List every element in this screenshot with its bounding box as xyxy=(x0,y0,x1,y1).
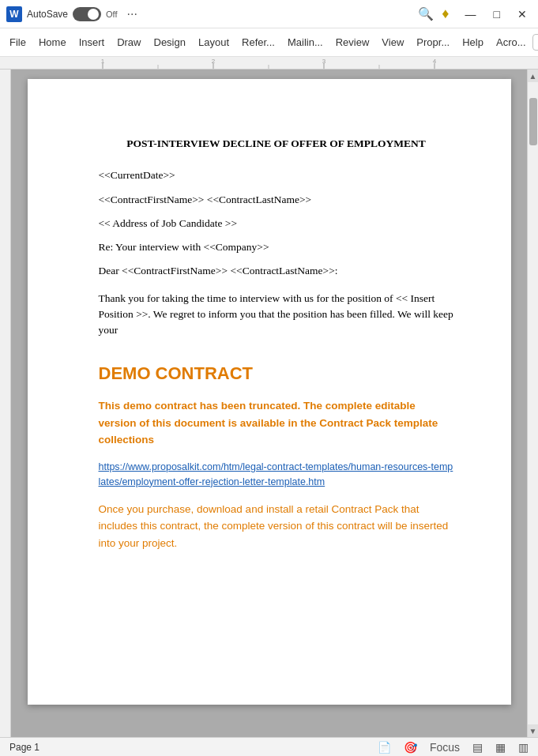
svg-text:2: 2 xyxy=(212,58,216,65)
window-controls: — □ ✕ xyxy=(461,6,532,22)
maximize-button[interactable]: □ xyxy=(489,6,505,22)
demo-section: DEMO CONTRACT This demo contract has bee… xyxy=(99,360,454,551)
menu-file[interactable]: File xyxy=(3,33,32,51)
menu-draw[interactable]: Draw xyxy=(111,33,147,51)
menu-review[interactable]: Review xyxy=(329,33,376,51)
demo-link[interactable]: https://www.proposalkit.com/htm/legal-co… xyxy=(99,460,454,490)
menu-help[interactable]: Help xyxy=(456,33,490,51)
toggle-state-label: Off xyxy=(106,9,117,19)
menu-insert[interactable]: Insert xyxy=(73,33,111,51)
close-button[interactable]: ✕ xyxy=(513,6,532,22)
demo-text: This demo contract has been truncated. T… xyxy=(99,397,454,449)
scroll-up-button[interactable]: ▲ xyxy=(528,70,539,82)
body-text: Thank you for taking the time to intervi… xyxy=(99,291,454,339)
right-scrollbar[interactable]: ▲ ▼ xyxy=(527,70,538,737)
menu-references[interactable]: Refer... xyxy=(235,33,281,51)
menu-proofing[interactable]: Propr... xyxy=(410,33,456,51)
document-title: POST-INTERVIEW DECLINE OF OFFER OF EMPLO… xyxy=(99,136,454,152)
status-focus-icon[interactable]: 🎯 xyxy=(404,741,417,754)
toggle-knob xyxy=(88,9,99,20)
address-field: << Address of Job Candidate >> xyxy=(99,216,454,231)
menu-layout[interactable]: Layout xyxy=(192,33,235,51)
menu-mailings[interactable]: Mailin... xyxy=(281,33,329,51)
diamond-icon[interactable]: ♦ xyxy=(442,6,449,22)
status-doc-icon[interactable]: 📄 xyxy=(378,741,391,754)
svg-text:1: 1 xyxy=(101,58,105,65)
svg-text:4: 4 xyxy=(433,58,437,65)
contract-name-field: <<ContractFirstName>> <<ContractLastName… xyxy=(99,192,454,208)
menu-acrobat[interactable]: Acro... xyxy=(490,33,532,51)
minimize-button[interactable]: — xyxy=(461,6,481,22)
left-bar xyxy=(0,70,11,737)
dear-field: Dear <<ContractFirstName>> <<ContractLas… xyxy=(99,263,454,279)
search-icon[interactable]: 🔍 xyxy=(415,5,437,24)
quick-access-dots[interactable]: ··· xyxy=(127,7,137,21)
page-indicator: Page 1 xyxy=(9,742,40,753)
scroll-down-button[interactable]: ▼ xyxy=(528,724,539,737)
status-view3-icon[interactable]: ▥ xyxy=(518,741,529,754)
document-page: POST-INTERVIEW DECLINE OF OFFER OF EMPLO… xyxy=(28,79,511,705)
menu-bar: File Home Insert Draw Design Layout Refe… xyxy=(0,28,538,57)
autosave-toggle[interactable] xyxy=(73,7,101,21)
word-icon: W xyxy=(6,6,22,22)
autosave-label: AutoSave xyxy=(27,9,68,20)
main-area: POST-INTERVIEW DECLINE OF OFFER OF EMPLO… xyxy=(0,70,538,737)
status-view1-icon[interactable]: ▤ xyxy=(472,741,483,754)
current-date-field: <<CurrentDate>> xyxy=(99,167,454,183)
demo-note: Once you purchase, download and install … xyxy=(99,501,454,552)
re-field: Re: Your interview with <<Company>> xyxy=(99,239,454,255)
demo-title: DEMO CONTRACT xyxy=(99,360,454,386)
focus-label[interactable]: Focus xyxy=(430,741,460,754)
scroll-area[interactable]: POST-INTERVIEW DECLINE OF OFFER OF EMPLO… xyxy=(11,70,527,737)
menu-view[interactable]: View xyxy=(375,33,410,51)
scrollbar-thumb[interactable] xyxy=(529,98,537,145)
svg-text:3: 3 xyxy=(322,58,326,65)
menu-design[interactable]: Design xyxy=(148,33,192,51)
share-button[interactable]: 🖊 xyxy=(532,34,538,51)
status-view2-icon[interactable]: ▦ xyxy=(495,741,506,754)
menu-home[interactable]: Home xyxy=(32,33,73,51)
ruler: 1 2 3 4 xyxy=(0,57,538,70)
title-bar: W AutoSave Off ··· 🔍 ♦ — □ ✕ xyxy=(0,0,538,28)
status-bar: Page 1 📄 🎯 Focus ▤ ▦ ▥ xyxy=(0,737,538,756)
